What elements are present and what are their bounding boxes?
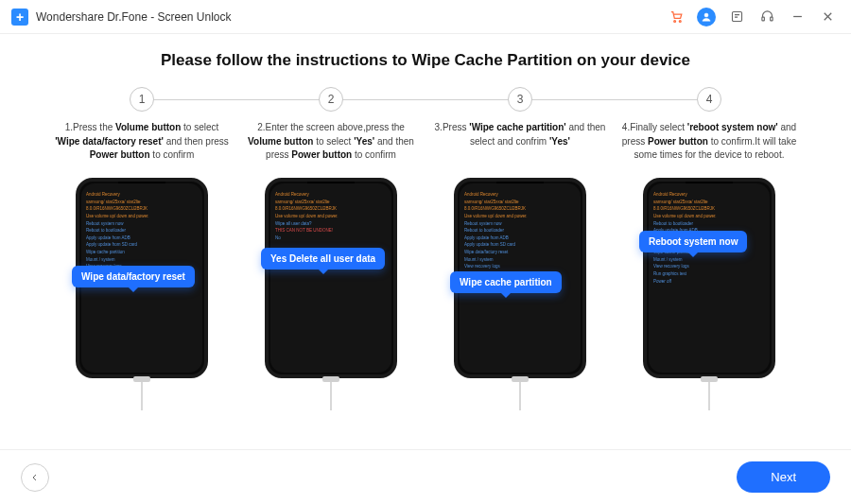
callout-label: Reboot system now (639, 231, 747, 252)
feedback-icon[interactable] (724, 5, 749, 29)
page-heading: Please follow the instructions to Wipe C… (0, 51, 851, 70)
phone-mockup: Android Recoverysamsung/ star25xxa/ star… (643, 178, 775, 378)
step-4: 44.Finally select 'reboot system now' an… (615, 87, 804, 378)
callout-label: Wipe data/factory reset (72, 266, 195, 287)
svg-rect-4 (761, 17, 764, 21)
footer: Next (0, 449, 851, 504)
step-2: 22.Enter the screen above,press the Volu… (236, 87, 426, 378)
phone-screen: Android Recoverysamsung/ star25xxa/ star… (649, 183, 770, 373)
step-1: 11.Press the Volume button to select 'Wi… (47, 87, 236, 378)
window-title: Wondershare Dr.Fone - Screen Unlock (36, 10, 232, 24)
svg-rect-5 (770, 17, 773, 21)
step-3: 33.Press 'Wipe cache partition' and then… (426, 87, 615, 378)
step-badge: 1 (130, 87, 154, 112)
phone-mockup: Android Recoverysamsung/ star25xxa/ star… (265, 178, 397, 378)
callout-label: Yes Delete all user data (261, 248, 385, 269)
steps-container: 11.Press the Volume button to select 'Wi… (0, 87, 851, 378)
step-badge: 4 (697, 87, 721, 112)
phone-screen: Android Recoverysamsung/ star25xxa/ star… (270, 183, 391, 373)
titlebar: + Wondershare Dr.Fone - Screen Unlock (0, 0, 851, 34)
svg-point-2 (704, 13, 708, 17)
close-button[interactable] (815, 5, 840, 29)
step-badge: 2 (319, 87, 343, 112)
app-logo-icon: + (11, 9, 28, 26)
step-instruction: 3.Press 'Wipe cache partition' and then … (426, 121, 615, 172)
back-button[interactable] (21, 463, 49, 492)
step-instruction: 2.Enter the screen above,press the Volum… (236, 121, 426, 172)
svg-rect-3 (732, 12, 741, 22)
support-icon[interactable] (755, 5, 779, 29)
next-button[interactable]: Next (737, 461, 830, 493)
minimize-button[interactable] (785, 5, 809, 29)
step-badge: 3 (508, 87, 532, 112)
step-instruction: 1.Press the Volume button to select 'Wip… (47, 121, 236, 172)
user-icon[interactable] (694, 5, 719, 29)
cart-icon[interactable] (664, 5, 688, 29)
step-instruction: 4.Finally select 'reboot system now' and… (615, 121, 804, 172)
callout-label: Wipe cache partition (450, 271, 562, 293)
svg-point-1 (679, 21, 681, 23)
phone-mockup: Android Recoverysamsung/ star25xxa/ star… (76, 178, 208, 378)
svg-point-0 (673, 21, 675, 23)
phone-mockup: Android Recoverysamsung/ star25xxa/ star… (454, 178, 586, 378)
